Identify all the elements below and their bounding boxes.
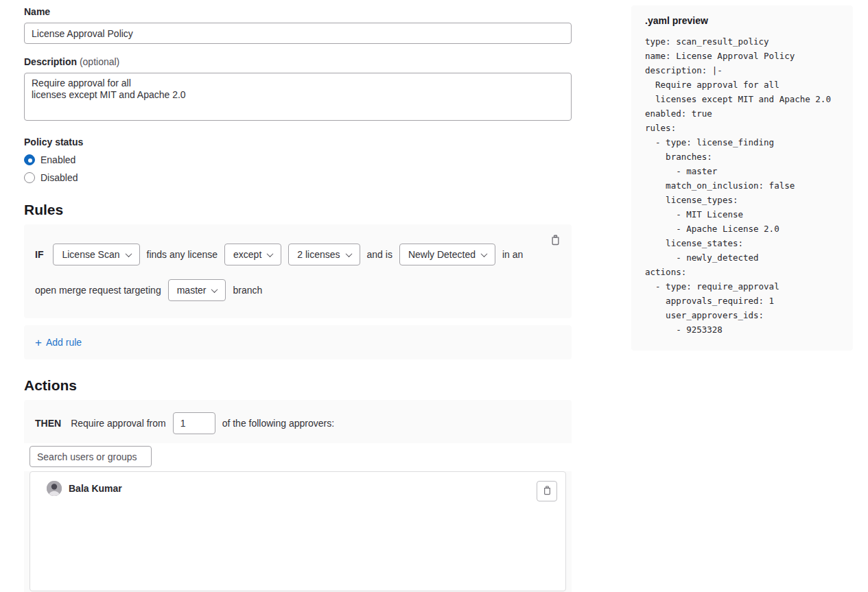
delete-rule-button[interactable] bbox=[548, 234, 562, 248]
add-rule-button[interactable]: + Add rule bbox=[35, 337, 82, 348]
chevron-down-icon bbox=[481, 250, 488, 257]
remove-approver-button[interactable] bbox=[537, 481, 557, 501]
of-following-approvers-text: of the following approvers: bbox=[222, 418, 334, 429]
finds-text: finds any license bbox=[147, 249, 218, 260]
radio-disabled[interactable]: Disabled bbox=[24, 171, 572, 184]
if-label: IF bbox=[35, 249, 43, 260]
license-state-dropdown[interactable]: Newly Detected bbox=[399, 244, 495, 265]
add-rule-card: + Add rule bbox=[24, 325, 572, 359]
approvals-required-input[interactable] bbox=[173, 412, 215, 434]
then-label: THEN bbox=[35, 418, 61, 429]
rule-condition-row: IF License Scan finds any license except… bbox=[35, 244, 561, 265]
approvers-list: Bala Kumar bbox=[30, 471, 566, 591]
branch-dropdown-value: master bbox=[177, 285, 207, 296]
actions-heading: Actions bbox=[24, 377, 572, 394]
policy-editor-form: Name Description (optional) Require appr… bbox=[24, 0, 572, 592]
rules-heading: Rules bbox=[24, 201, 572, 218]
require-approval-text: Require approval from bbox=[71, 418, 166, 429]
yaml-preview-panel: .yaml preview type: scan_result_policy n… bbox=[631, 5, 853, 351]
license-count-dropdown[interactable]: 2 licenses bbox=[288, 244, 360, 265]
license-state-dropdown-value: Newly Detected bbox=[408, 249, 476, 260]
targeting-text: open merge request targeting bbox=[35, 285, 161, 296]
rule-branch-row: open merge request targeting master bran… bbox=[35, 279, 561, 301]
yaml-preview-code: type: scan_result_policy name: License A… bbox=[645, 34, 839, 337]
add-rule-label: Add rule bbox=[46, 337, 82, 348]
policy-status-label: Policy status bbox=[24, 137, 572, 148]
chevron-down-icon bbox=[125, 250, 132, 257]
approver-name: Bala Kumar bbox=[69, 483, 122, 494]
avatar bbox=[47, 481, 62, 496]
name-label: Name bbox=[24, 6, 572, 18]
description-optional-text: (optional) bbox=[80, 56, 119, 67]
radio-enabled-icon[interactable] bbox=[24, 154, 35, 165]
trash-icon bbox=[550, 238, 561, 248]
description-label: Description (optional) bbox=[24, 56, 572, 68]
radio-disabled-icon[interactable] bbox=[24, 172, 35, 183]
branch-dropdown[interactable]: master bbox=[168, 279, 226, 301]
scanner-dropdown[interactable]: License Scan bbox=[53, 244, 139, 265]
radio-enabled[interactable]: Enabled bbox=[24, 154, 572, 166]
license-count-dropdown-value: 2 licenses bbox=[297, 249, 340, 260]
chevron-down-icon bbox=[345, 250, 352, 257]
radio-enabled-label: Enabled bbox=[40, 154, 75, 165]
branch-text: branch bbox=[233, 285, 262, 296]
description-textarea[interactable]: Require approval for all licenses except… bbox=[24, 73, 572, 121]
list-item: Bala Kumar bbox=[30, 472, 565, 496]
trash-icon bbox=[542, 485, 552, 498]
yaml-preview-title: .yaml preview bbox=[645, 15, 839, 26]
name-input[interactable] bbox=[24, 23, 572, 44]
match-mode-dropdown[interactable]: except bbox=[224, 244, 281, 265]
chevron-down-icon bbox=[211, 286, 218, 293]
search-users-input[interactable] bbox=[30, 446, 152, 467]
description-label-text: Description bbox=[24, 56, 77, 67]
plus-icon: + bbox=[35, 337, 42, 348]
in-an-text: in an bbox=[502, 249, 523, 260]
then-row: THEN Require approval from of the follow… bbox=[24, 400, 572, 443]
actions-card: THEN Require approval from of the follow… bbox=[24, 400, 572, 592]
approver-search-strip bbox=[24, 443, 572, 471]
radio-disabled-label: Disabled bbox=[40, 172, 78, 183]
rule-card: IF License Scan finds any license except… bbox=[24, 224, 572, 318]
scanner-dropdown-value: License Scan bbox=[62, 249, 119, 260]
match-mode-dropdown-value: except bbox=[233, 249, 261, 260]
and-is-text: and is bbox=[367, 249, 392, 260]
chevron-down-icon bbox=[267, 250, 274, 257]
